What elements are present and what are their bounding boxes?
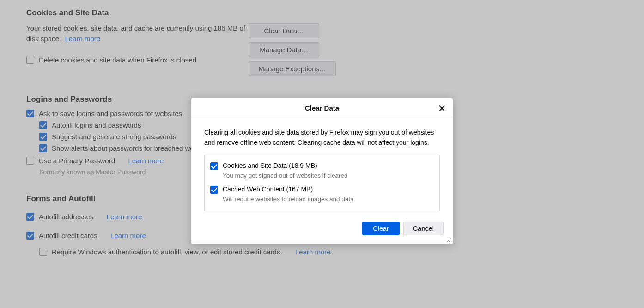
resize-grip-icon[interactable] — [445, 236, 452, 243]
dialog-header: Clear Data — [191, 98, 453, 118]
dialog-clear-button[interactable]: Clear — [362, 222, 400, 235]
clear-data-dialog: Clear Data Clearing all cookies and site… — [191, 98, 453, 244]
dialog-options-box: Cookies and Site Data (18.9 MB) You may … — [204, 155, 440, 211]
dialog-title: Clear Data — [305, 104, 339, 112]
svg-line-2 — [450, 241, 451, 242]
cache-option-checkbox[interactable] — [210, 186, 218, 194]
dialog-cancel-button[interactable]: Cancel — [403, 222, 444, 235]
cache-option-sublabel: Will require websites to reload images a… — [223, 196, 434, 203]
cookies-option-checkbox[interactable] — [210, 162, 218, 170]
cache-option-label: Cached Web Content (167 MB) — [223, 185, 313, 193]
modal-overlay: Clear Data Clearing all cookies and site… — [0, 0, 644, 308]
cookies-option-sublabel: You may get signed out of websites if cl… — [223, 172, 434, 179]
dialog-description: Clearing all cookies and site data store… — [204, 128, 440, 148]
cookies-option-label: Cookies and Site Data (18.9 MB) — [223, 162, 317, 169]
close-icon[interactable] — [437, 104, 446, 113]
